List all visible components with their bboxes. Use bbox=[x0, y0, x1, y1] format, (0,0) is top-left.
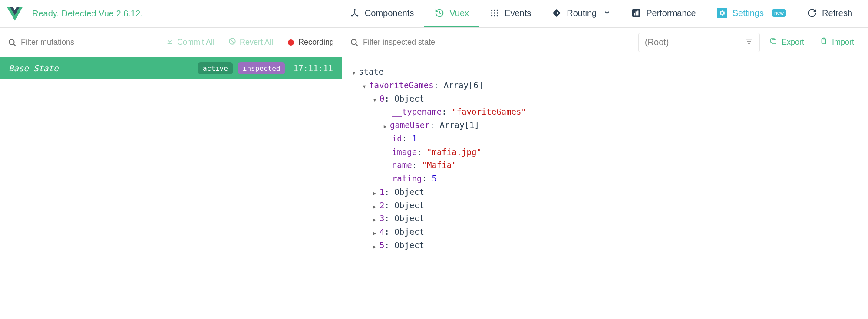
svg-rect-14 bbox=[636, 11, 637, 15]
svg-point-11 bbox=[497, 15, 498, 17]
new-badge: new bbox=[772, 9, 786, 17]
svg-rect-23 bbox=[747, 41, 751, 42]
inspected-badge: inspected bbox=[238, 62, 286, 74]
tree-leaf-image: image: "mafia.jpg" bbox=[351, 145, 859, 159]
tab-routing[interactable]: Routing bbox=[541, 0, 621, 27]
tree-leaf-typename: __typename: "favoriteGames" bbox=[351, 105, 859, 118]
svg-point-20 bbox=[351, 39, 356, 44]
tree-node-item-3[interactable]: 3: Object bbox=[351, 212, 859, 225]
mutation-title: Base State bbox=[9, 63, 193, 73]
tree-leaf-id: id: 1 bbox=[351, 132, 859, 145]
svg-rect-24 bbox=[748, 43, 750, 44]
button-label: Revert All bbox=[240, 38, 273, 47]
svg-line-19 bbox=[230, 39, 234, 43]
active-badge: active bbox=[198, 62, 233, 74]
refresh-button[interactable]: Refresh bbox=[797, 0, 863, 27]
state-tree: state favoriteGames: Array[6] 0: Object … bbox=[342, 57, 868, 260]
refresh-icon bbox=[807, 8, 817, 18]
tree-node-state[interactable]: state bbox=[351, 65, 859, 79]
recording-toggle[interactable]: Recording bbox=[282, 38, 334, 47]
commit-all-button[interactable]: Commit All bbox=[161, 37, 220, 47]
recording-label: Recording bbox=[298, 38, 334, 47]
caret-right-icon bbox=[382, 118, 388, 132]
import-button[interactable]: Import bbox=[814, 37, 860, 47]
svg-point-3 bbox=[491, 10, 493, 11]
search-icon bbox=[350, 38, 359, 47]
svg-point-7 bbox=[494, 12, 495, 14]
svg-point-5 bbox=[497, 10, 498, 11]
bar-chart-icon bbox=[631, 8, 641, 18]
svg-line-21 bbox=[356, 44, 357, 46]
mutations-toolbar: Commit All Revert All Recording bbox=[0, 28, 342, 57]
caret-right-icon bbox=[372, 239, 378, 252]
caret-down-icon bbox=[351, 65, 357, 79]
button-label: Export bbox=[782, 38, 804, 47]
tab-label: Components bbox=[365, 8, 414, 18]
tree-node-item-1[interactable]: 1: Object bbox=[351, 185, 859, 199]
copy-icon bbox=[769, 37, 777, 47]
search-icon bbox=[8, 38, 17, 47]
revert-all-button[interactable]: Revert All bbox=[223, 37, 278, 47]
tab-events[interactable]: Events bbox=[479, 0, 541, 27]
tab-label: Settings bbox=[733, 8, 764, 18]
vue-logo-icon bbox=[7, 6, 23, 22]
tab-performance[interactable]: Performance bbox=[621, 0, 706, 27]
tab-components[interactable]: Components bbox=[340, 0, 424, 27]
tab-settings[interactable]: Settings new bbox=[706, 0, 797, 27]
mutation-time: 17:11:11 bbox=[293, 63, 333, 73]
module-select[interactable]: (Root) bbox=[638, 33, 760, 52]
grid-dots-icon bbox=[490, 8, 499, 18]
export-button[interactable]: Export bbox=[763, 37, 810, 47]
svg-rect-15 bbox=[637, 11, 639, 16]
tab-label: Events bbox=[505, 8, 531, 18]
tab-label: Vuex bbox=[449, 8, 469, 18]
tree-node-item-4[interactable]: 4: Object bbox=[351, 225, 859, 239]
state-toolbar: (Root) Export Import bbox=[342, 28, 868, 57]
filter-state-input[interactable] bbox=[362, 37, 635, 47]
history-icon bbox=[435, 8, 444, 18]
tree-node-item-0[interactable]: 0: Object bbox=[351, 92, 859, 105]
tree-node-gameuser[interactable]: gameUser: Array[1] bbox=[351, 118, 859, 132]
tab-label: Performance bbox=[646, 8, 696, 18]
nav-tabs: Components Vuex Events Routing bbox=[340, 0, 863, 27]
svg-point-8 bbox=[497, 12, 498, 14]
tree-node-item-5[interactable]: 5: Object bbox=[351, 239, 859, 252]
tab-label: Refresh bbox=[822, 8, 852, 18]
status-text: Ready. Detected Vue 2.6.12. bbox=[32, 9, 143, 19]
caret-right-icon bbox=[372, 185, 378, 199]
caret-right-icon bbox=[372, 212, 378, 225]
caret-down-icon bbox=[361, 79, 367, 92]
record-icon bbox=[288, 39, 294, 46]
state-pane: (Root) Export Import state bbox=[342, 28, 868, 319]
tree-leaf-rating: rating: 5 bbox=[351, 172, 859, 185]
module-select-label: (Root) bbox=[645, 37, 669, 47]
tree-node-favoritegames[interactable]: favoriteGames: Array[6] bbox=[351, 79, 859, 92]
svg-point-6 bbox=[491, 12, 493, 14]
button-label: Commit All bbox=[177, 38, 215, 47]
mutation-row-base-state[interactable]: Base State active inspected 17:11:11 bbox=[0, 57, 342, 79]
routing-icon bbox=[552, 8, 561, 18]
mutations-pane: Commit All Revert All Recording Base Sta… bbox=[0, 28, 342, 319]
clipboard-icon bbox=[820, 37, 828, 47]
top-nav: Ready. Detected Vue 2.6.12. Components V… bbox=[0, 0, 868, 28]
tree-leaf-name: name: "Mafia" bbox=[351, 158, 859, 172]
caret-right-icon bbox=[372, 199, 378, 212]
svg-point-16 bbox=[9, 39, 14, 44]
tab-vuex[interactable]: Vuex bbox=[424, 0, 479, 27]
filter-mutations-input[interactable] bbox=[20, 37, 157, 47]
svg-point-10 bbox=[494, 15, 495, 17]
download-icon bbox=[166, 37, 174, 47]
svg-point-9 bbox=[491, 15, 493, 17]
filter-list-icon bbox=[745, 37, 753, 48]
chevron-down-icon bbox=[604, 8, 611, 18]
svg-rect-22 bbox=[746, 39, 752, 39]
svg-rect-25 bbox=[772, 40, 776, 44]
gear-icon bbox=[717, 8, 727, 18]
tree-node-item-2[interactable]: 2: Object bbox=[351, 199, 859, 212]
components-icon bbox=[350, 8, 360, 18]
caret-right-icon bbox=[372, 225, 378, 239]
caret-down-icon bbox=[372, 92, 378, 105]
svg-point-0 bbox=[354, 9, 356, 11]
ban-icon bbox=[228, 37, 236, 47]
button-label: Import bbox=[832, 38, 854, 47]
